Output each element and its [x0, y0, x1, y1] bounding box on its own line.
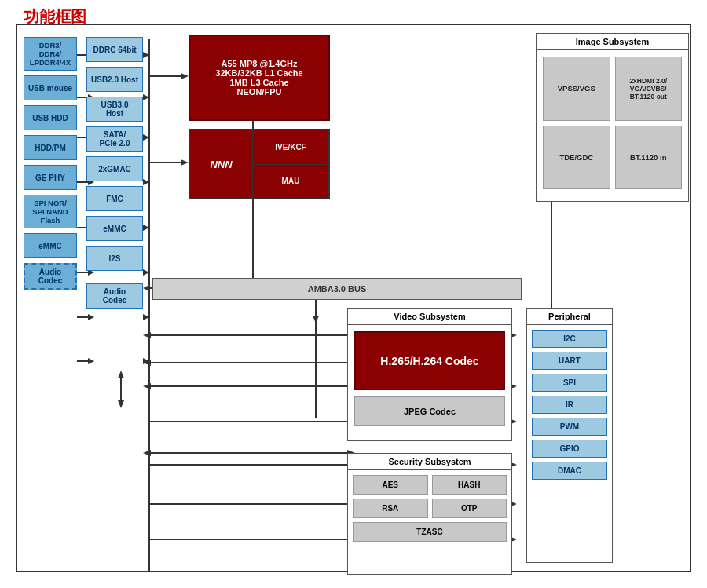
pwm-box: PWM: [532, 418, 607, 436]
h265-label: H.265/H.264 Codec: [380, 355, 478, 367]
jpeg-codec-block: JPEG Codec: [354, 396, 505, 426]
nnn-label: NNN: [210, 159, 232, 170]
svg-marker-28: [143, 314, 149, 320]
audio-codec-internal: Audio Codec: [86, 283, 143, 309]
svg-marker-39: [181, 159, 189, 166]
ddr-device: DDR3/ DDR4/ LPDDR4/4X: [24, 37, 77, 71]
svg-marker-68: [143, 383, 151, 389]
h265-codec-block: H.265/H.264 Codec: [354, 331, 505, 390]
rsa-cell: RSA: [353, 499, 428, 518]
page: 功能框图: [0, 0, 707, 588]
svg-marker-34: [118, 400, 124, 408]
security-subsystem-title: Security Subsystem: [348, 454, 511, 470]
ddrc-interface: DDRC 64bit: [86, 37, 143, 62]
emmc-interface: eMMC: [86, 216, 143, 241]
aes-cell: AES: [353, 475, 428, 495]
svg-marker-26: [88, 314, 94, 320]
gpio-box: GPIO: [532, 440, 607, 458]
svg-marker-41: [143, 285, 149, 291]
svg-marker-16: [143, 179, 149, 185]
security-subsystem: Security Subsystem AES HASH RSA OTP TZAS…: [347, 453, 512, 575]
vpss-vgs-cell: VPSS/VGS: [543, 57, 610, 121]
amba-label: AMBA3.0 BUS: [308, 284, 367, 294]
mau-label: MAU: [282, 177, 300, 185]
image-subsystem-title: Image Subsystem: [537, 34, 688, 50]
dmac-box: DMAC: [532, 462, 607, 480]
svg-marker-12: [143, 134, 149, 141]
svg-marker-8: [143, 94, 149, 100]
jpeg-label: JPEG Codec: [404, 407, 456, 416]
usb3-interface: USB3.0 Host: [86, 97, 143, 122]
ive-kcf-block: IVE/KCF: [253, 130, 328, 165]
usb2-interface: USB2.0 Host: [86, 67, 143, 92]
usb-hdd-device: USB HDD: [24, 105, 77, 130]
usb-mouse-device: USB mouse: [24, 75, 77, 100]
sata-interface: SATA/ PCIe 2.0: [86, 126, 143, 152]
spi-box: SPI: [532, 374, 607, 392]
svg-marker-37: [181, 73, 189, 79]
svg-marker-56: [143, 360, 151, 366]
i2c-box: I2C: [532, 330, 607, 348]
bt1120-in-cell: BT.1120 in: [615, 126, 683, 190]
nnn-area: NNN IVE/KCF MAU: [189, 129, 330, 199]
ge-phy-device: GE PHY: [24, 165, 77, 190]
tde-gdc-cell: TDE/GDC: [543, 126, 610, 190]
amba-bus: AMBA3.0 BUS: [152, 278, 522, 300]
mau-block: MAU: [253, 165, 328, 199]
svg-marker-65: [143, 332, 151, 338]
image-subsystem: Image Subsystem VPSS/VGS 2xHDMI 2.0/ VGA…: [536, 33, 689, 202]
hdmi-out-cell: 2xHDMI 2.0/ VGA/CVBS/ BT.1120 out: [615, 57, 683, 121]
hash-cell: HASH: [432, 475, 507, 495]
peripheral-title: Peripheral: [527, 309, 612, 325]
spi-nor-device: SPI NOR/ SPI NAND Flash: [24, 195, 77, 228]
tzasc-cell: TZASC: [353, 522, 507, 542]
cpu-label: A55 MP8 @1.4GHz 32KB/32KB L1 Cache 1MB L…: [215, 59, 302, 97]
otp-cell: OTP: [432, 499, 507, 518]
audio-codec-ext-device: Audio Codec: [24, 263, 77, 290]
video-subsystem: Video Subsystem H.265/H.264 Codec JPEG C…: [347, 308, 512, 441]
svg-marker-35: [118, 371, 124, 378]
left-devices-column: DDR3/ DDR4/ LPDDR4/4X USB mouse USB HDD …: [24, 37, 77, 290]
svg-marker-4: [143, 52, 149, 58]
security-grid: AES HASH RSA OTP TZASC: [348, 470, 511, 546]
ive-label: IVE/KCF: [275, 143, 306, 152]
svg-marker-32: [143, 358, 149, 364]
nnn-block: NNN: [190, 130, 253, 198]
svg-marker-24: [143, 269, 149, 276]
i2s-interface: I2S: [86, 246, 143, 271]
svg-marker-59: [143, 450, 151, 456]
fmc-interface: FMC: [86, 186, 143, 211]
svg-marker-20: [143, 225, 149, 231]
peripheral-items: I2C UART SPI IR PWM GPIO DMAC: [527, 325, 612, 484]
emmc-ext-device: eMMC: [24, 233, 77, 258]
ir-box: IR: [532, 396, 607, 414]
hdd-pm-device: HDD/PM: [24, 135, 77, 160]
image-subsystem-grid: VPSS/VGS 2xHDMI 2.0/ VGA/CVBS/ BT.1120 o…: [537, 50, 688, 195]
interfaces-column: DDRC 64bit USB2.0 Host USB3.0 Host SATA/…: [86, 37, 143, 309]
video-subsystem-title: Video Subsystem: [348, 309, 511, 325]
ive-mau-column: IVE/KCF MAU: [253, 130, 328, 198]
gmac-interface: 2xGMAC: [86, 156, 143, 181]
main-diagram: DDR3/ DDR4/ LPDDR4/4X USB mouse USB HDD …: [16, 24, 691, 572]
cpu-block: A55 MP8 @1.4GHz 32KB/32KB L1 Cache 1MB L…: [189, 35, 330, 121]
peripheral-area: Peripheral I2C UART SPI IR PWM GPIO DMAC: [526, 308, 613, 563]
uart-box: UART: [532, 352, 607, 370]
svg-marker-30: [88, 358, 94, 364]
svg-marker-51: [313, 316, 319, 323]
